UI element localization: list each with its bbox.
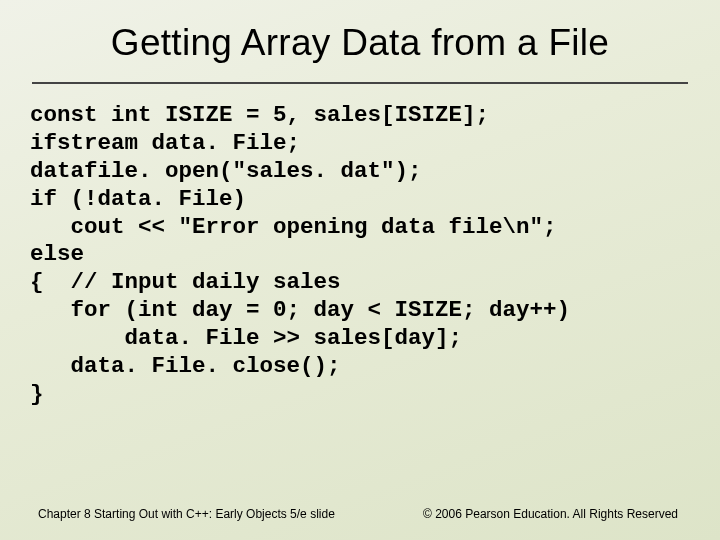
- slide: Getting Array Data from a File const int…: [0, 0, 720, 540]
- slide-title: Getting Array Data from a File: [0, 0, 720, 74]
- footer-right: © 2006 Pearson Education. All Rights Res…: [423, 507, 678, 522]
- divider: [32, 82, 688, 84]
- footer-left: Chapter 8 Starting Out with C++: Early O…: [38, 507, 335, 522]
- code-block: const int ISIZE = 5, sales[ISIZE]; ifstr…: [0, 102, 720, 409]
